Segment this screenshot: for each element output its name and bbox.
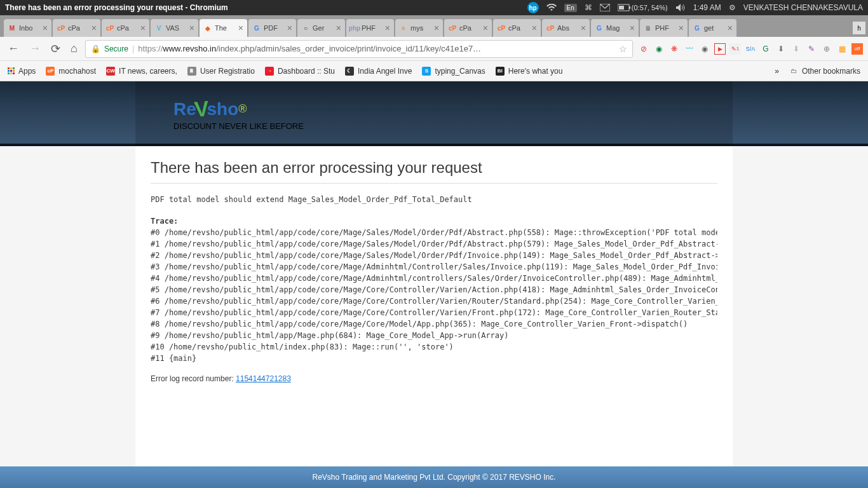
ext-icon-4[interactable]: 〰 xyxy=(684,43,695,55)
wifi-icon[interactable] xyxy=(546,4,557,11)
browser-tab[interactable]: cPcPa× xyxy=(493,19,541,37)
bookmark-title: Apps xyxy=(18,67,36,76)
ext-icon-12[interactable]: ✎ xyxy=(806,43,817,55)
reload-button[interactable]: ⟳ xyxy=(48,42,63,56)
bookmark-item[interactable]: ☾India Angel Inve xyxy=(345,67,412,76)
lang-indicator[interactable]: En xyxy=(564,4,577,12)
page-viewport[interactable]: ReVsho® DISCOUNT NEVER LIKE BEFORE There… xyxy=(0,81,868,488)
address-bar: ← → ⟳ ⌂ 🔒 Secure | https://www.revsho.in… xyxy=(0,37,868,61)
tab-close-icon[interactable]: × xyxy=(385,23,390,33)
tab-favicon: cP xyxy=(105,24,114,32)
clock[interactable]: 1:49 AM xyxy=(693,3,721,12)
apps-icon xyxy=(8,67,15,74)
ext-icon-1[interactable]: ⊘ xyxy=(638,43,649,55)
browser-tab[interactable]: 🗎PHF× xyxy=(640,19,688,37)
tab-close-icon[interactable]: × xyxy=(483,23,488,33)
ext-icon-15[interactable]: off xyxy=(851,43,863,55)
battery-icon[interactable]: (0:57, 54%) xyxy=(618,4,668,11)
tab-title: mys xyxy=(410,24,431,32)
gear-icon[interactable]: ⚙ xyxy=(729,3,736,12)
bookmark-item[interactable]: CWIT news, careers, xyxy=(106,67,177,76)
folder-icon: 🗀 xyxy=(789,67,798,76)
tab-favicon: G xyxy=(252,24,261,32)
bookmark-item[interactable]: BIHere's what you xyxy=(496,67,563,76)
tab-close-icon[interactable]: × xyxy=(434,23,439,33)
ext-icon-9[interactable]: G xyxy=(760,43,771,55)
back-button[interactable]: ← xyxy=(5,42,22,55)
bookmarks-overflow[interactable]: » xyxy=(775,67,779,76)
bookmark-favicon: ☾ xyxy=(345,67,354,76)
tab-favicon: cP xyxy=(497,24,506,32)
browser-tab[interactable]: ○Ger× xyxy=(297,19,345,37)
browser-tab[interactable]: cPAbs× xyxy=(542,19,590,37)
bookmark-item[interactable]: Styping_Canvas xyxy=(422,67,485,76)
tab-close-icon[interactable]: × xyxy=(679,23,684,33)
browser-tab[interactable]: VVAS× xyxy=(151,19,198,37)
bookmarks-bar: AppscPmochahostCWIT news, careers,🗎User … xyxy=(0,61,868,81)
bookmark-item[interactable]: 🗎User Registratio xyxy=(187,67,255,76)
bookmark-item[interactable]: →Dashboard :: Stu xyxy=(265,67,335,76)
url-input[interactable]: 🔒 Secure | https://www.revsho.in/index.p… xyxy=(85,40,633,58)
ext-icon-13[interactable]: ⊕ xyxy=(821,43,832,55)
ext-icon-6[interactable]: ▶ xyxy=(714,43,726,55)
tab-close-icon[interactable]: × xyxy=(532,23,537,33)
window-title: There has been an error processing your … xyxy=(5,3,527,12)
url-text: https://www.revsho.in/index.php/admin/sa… xyxy=(138,44,615,53)
ext-icon-3[interactable]: ❋ xyxy=(668,43,680,55)
tab-close-icon[interactable]: × xyxy=(581,23,586,33)
tab-title: cPa xyxy=(68,24,89,32)
battery-text: (0:57, 54%) xyxy=(632,4,668,11)
forward-button[interactable]: → xyxy=(27,42,43,55)
browser-tab[interactable]: MInbo× xyxy=(4,19,51,37)
secure-label: Secure xyxy=(104,44,128,53)
logo-area: ReVsho® DISCOUNT NEVER LIKE BEFORE xyxy=(135,81,733,146)
bookmark-item[interactable]: Apps xyxy=(8,67,36,76)
browser-tab[interactable]: cPcPa× xyxy=(444,19,492,37)
tab-close-icon[interactable]: × xyxy=(92,23,97,33)
tab-close-icon[interactable]: × xyxy=(189,23,194,33)
tab-title: cPa xyxy=(508,24,529,32)
home-button[interactable]: ⌂ xyxy=(68,42,80,55)
browser-tab[interactable]: ◆The× xyxy=(200,19,247,37)
bookmark-item[interactable]: cPmochahost xyxy=(46,67,96,76)
tabstrip-menu[interactable]: h xyxy=(853,22,865,34)
ext-icon-7[interactable]: ✎1 xyxy=(729,43,741,55)
log-number-link[interactable]: 1154144721283 xyxy=(236,374,291,383)
tab-close-icon[interactable]: × xyxy=(43,23,48,33)
browser-tab[interactable]: GMag× xyxy=(591,19,639,37)
tab-favicon: cP xyxy=(448,24,457,32)
bookmark-title: IT news, careers, xyxy=(119,67,177,76)
ext-icon-10[interactable]: ⬇ xyxy=(775,43,787,55)
tab-close-icon[interactable]: × xyxy=(336,23,341,33)
ext-icon-2[interactable]: ◉ xyxy=(653,43,665,55)
browser-tab[interactable]: Gget× xyxy=(689,19,736,37)
volume-icon[interactable] xyxy=(675,3,686,12)
star-icon[interactable]: ☆ xyxy=(619,44,627,54)
other-bookmarks[interactable]: 🗀Other bookmarks xyxy=(789,67,860,76)
bluetooth-icon[interactable]: ⌘ xyxy=(585,3,592,12)
bookmark-title: User Registratio xyxy=(200,67,255,76)
browser-tab[interactable]: cPcPa× xyxy=(102,19,149,37)
tab-close-icon[interactable]: × xyxy=(238,23,243,33)
hp-icon: hp xyxy=(527,2,539,13)
separator: | xyxy=(132,44,134,53)
mail-icon[interactable] xyxy=(600,4,610,11)
bookmark-favicon: S xyxy=(422,67,431,76)
user-name[interactable]: VENKATESH CHENNAKESAVULA xyxy=(743,3,863,12)
browser-tab[interactable]: ≡mys× xyxy=(395,19,443,37)
tab-close-icon[interactable]: × xyxy=(728,23,733,33)
tab-close-icon[interactable]: × xyxy=(630,23,635,33)
tab-title: PDF xyxy=(264,24,285,32)
ext-icon-11[interactable]: ⬇ xyxy=(790,43,802,55)
site-logo[interactable]: ReVsho® DISCOUNT NEVER LIKE BEFORE xyxy=(173,97,304,131)
browser-tab[interactable]: phpPHF× xyxy=(346,19,394,37)
tab-close-icon[interactable]: × xyxy=(140,23,146,33)
browser-tab[interactable]: GPDF× xyxy=(248,19,296,37)
tab-title: VAS xyxy=(166,24,187,32)
ext-icon-14[interactable]: ▦ xyxy=(836,43,848,55)
ext-icon-8[interactable]: S/A xyxy=(745,43,756,55)
tab-close-icon[interactable]: × xyxy=(287,23,292,33)
browser-tab[interactable]: cPcPa× xyxy=(53,19,100,37)
trace-scroll[interactable]: Trace: #0 /home/revsho/public_html/app/c… xyxy=(151,215,717,368)
ext-icon-5[interactable]: ◉ xyxy=(699,43,710,55)
